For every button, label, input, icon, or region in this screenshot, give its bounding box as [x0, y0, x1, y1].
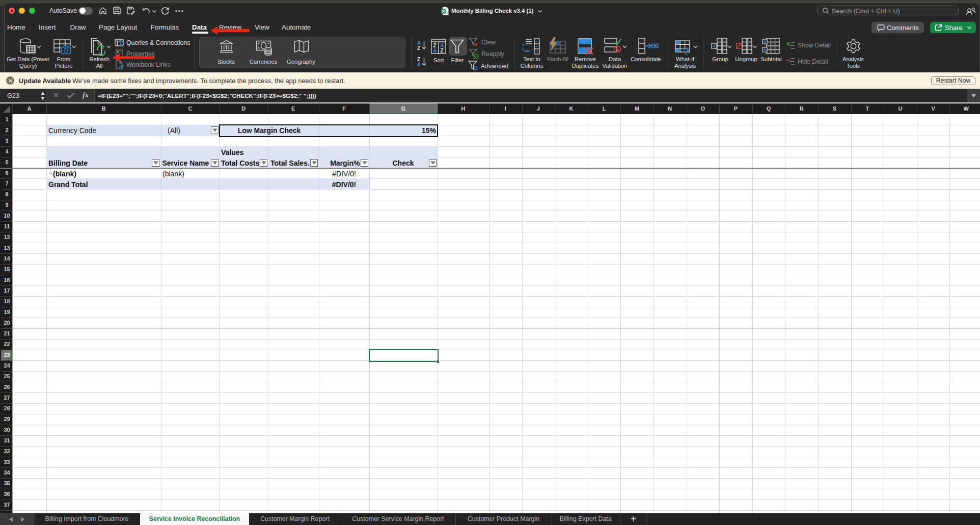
svg-text:?: ?: [684, 46, 690, 56]
svg-text:Z: Z: [441, 48, 444, 54]
svg-text:A: A: [441, 43, 444, 48]
svg-text:A: A: [417, 62, 421, 67]
svg-text:Z: Z: [433, 43, 437, 48]
svg-text:Z: Z: [417, 45, 420, 50]
svg-text:A: A: [433, 48, 437, 54]
